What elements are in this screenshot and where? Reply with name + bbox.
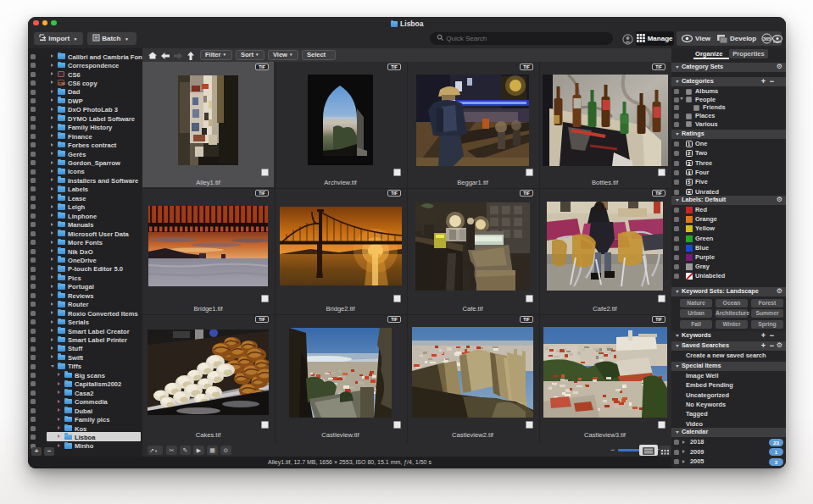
svg-text:365: 365 <box>763 36 771 42</box>
